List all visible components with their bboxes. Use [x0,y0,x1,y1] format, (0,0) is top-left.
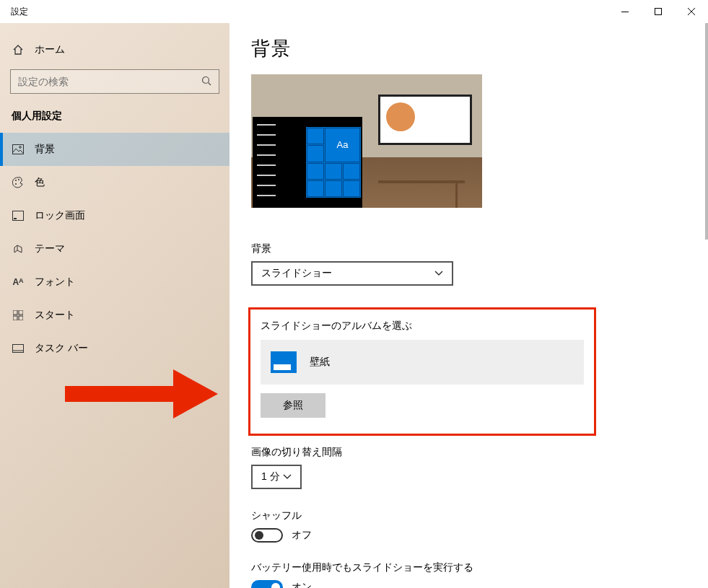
palette-icon [12,177,25,188]
svg-rect-16 [19,316,23,320]
browse-button[interactable]: 参照 [261,393,325,418]
svg-point-7 [19,146,22,149]
scrollbar[interactable] [705,23,708,240]
theme-icon [12,243,25,255]
album-entry[interactable]: 壁紙 [261,340,584,385]
sidebar-item-label: タスク バー [35,342,88,355]
svg-rect-6 [13,145,24,154]
window-title: 設定 [11,6,28,18]
album-label: スライドショーのアルバムを選ぶ [261,320,584,333]
sidebar-item-lockscreen[interactable]: ロック画面 [0,199,230,232]
sidebar: ホーム 個人用設定 背景 色 ロック画面 テーマ AA フォント [0,23,230,588]
interval-label: 画像の切り替え間隔 [251,446,686,459]
search-icon [201,76,211,88]
maximize-button[interactable] [642,0,675,23]
background-select-value: スライドショー [261,267,332,280]
album-name: 壁紙 [310,356,330,369]
shuffle-toggle[interactable] [251,528,283,543]
content-area: 背景 Aa 背景 スライドショー スライドショーのアルバムを選ぶ [230,23,708,588]
sidebar-item-label: テーマ [35,242,65,255]
sidebar-category: 個人用設定 [0,110,230,133]
svg-rect-19 [65,386,173,402]
battery-toggle[interactable] [251,580,283,588]
background-select[interactable]: スライドショー [251,261,453,286]
minimize-button[interactable] [608,0,642,23]
shuffle-label: シャッフル [251,509,686,522]
picture-icon [12,144,25,154]
preview-tile-aa: Aa [325,128,360,162]
svg-rect-14 [19,310,23,315]
shuffle-state: オフ [292,529,312,542]
sidebar-item-label: フォント [35,276,75,289]
highlight-box: スライドショーのアルバムを選ぶ 壁紙 参照 [248,307,596,436]
titlebar: 設定 [0,0,708,23]
page-title: 背景 [251,36,686,61]
close-button[interactable] [675,0,708,23]
svg-point-8 [15,180,17,181]
search-input[interactable] [18,76,201,87]
home-icon [12,44,25,56]
sidebar-item-label: ロック画面 [35,209,85,222]
sidebar-item-fonts[interactable]: AA フォント [0,266,230,299]
sidebar-item-colors[interactable]: 色 [0,166,230,199]
sidebar-item-start[interactable]: スタート [0,299,230,332]
svg-point-10 [18,179,19,180]
sidebar-item-background[interactable]: 背景 [0,133,230,166]
svg-rect-17 [13,345,24,353]
battery-label: バッテリー使用時でもスライドショーを実行する [251,561,686,574]
svg-point-4 [203,76,209,83]
svg-point-9 [15,183,17,185]
home-label: ホーム [35,43,65,56]
taskbar-icon [12,344,25,353]
chevron-down-icon [283,472,292,482]
lock-screen-icon [12,211,25,221]
desktop-preview: Aa [251,74,482,208]
sidebar-item-label: スタート [35,309,75,322]
background-label: 背景 [251,242,686,255]
svg-line-5 [209,82,211,85]
folder-icon [271,351,297,373]
window-controls [608,0,708,23]
svg-rect-1 [655,9,662,15]
svg-rect-13 [13,310,17,315]
svg-marker-20 [173,369,218,418]
search-box[interactable] [10,69,219,94]
home-button[interactable]: ホーム [0,36,230,63]
sidebar-item-taskbar[interactable]: タスク バー [0,332,230,365]
sidebar-item-label: 色 [35,176,45,189]
chevron-down-icon [434,268,443,278]
start-icon [12,310,25,320]
font-icon: AA [12,277,25,287]
sidebar-item-label: 背景 [35,143,55,156]
svg-rect-15 [13,316,17,320]
svg-rect-12 [14,218,17,219]
annotation-arrow [65,366,220,426]
battery-state: オン [292,581,312,588]
interval-select[interactable]: 1 分 [251,465,302,489]
sidebar-item-themes[interactable]: テーマ [0,232,230,266]
interval-value: 1 分 [261,470,280,483]
